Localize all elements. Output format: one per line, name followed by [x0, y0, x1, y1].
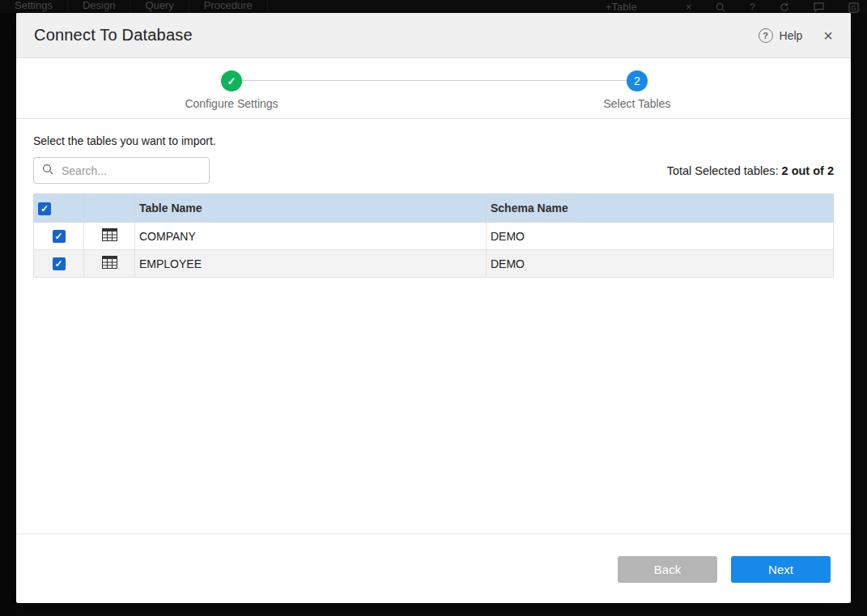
row-checkbox[interactable]: ✓ [53, 230, 66, 243]
search-input[interactable] [60, 164, 201, 178]
back-button[interactable]: Back [618, 556, 717, 583]
dialog-body: Select the tables you want to import. To… [16, 134, 851, 278]
schema-name-cell: DEMO [487, 250, 834, 278]
help-label: Help [780, 29, 803, 42]
wizard-stepper: ✓ Configure Settings 2 Select Tables [16, 58, 851, 119]
table-row[interactable]: ✓ EMPLOYEE DEMO [34, 250, 834, 278]
icon-column-header [84, 194, 135, 223]
table-icon [102, 256, 117, 271]
dialog-header: Connect To Database ? Help × [16, 13, 851, 58]
tables-grid: ✓ Table Name Schema Name ✓ [33, 193, 834, 278]
total-selected-label: Total Selected tables: [667, 164, 779, 177]
select-all-checkbox[interactable]: ✓ [38, 202, 51, 215]
close-icon[interactable]: × [823, 28, 833, 44]
step-label-configure-settings: Configure Settings [151, 97, 312, 110]
instruction-text: Select the tables you want to import. [33, 134, 834, 147]
help-icon: ? [759, 28, 773, 43]
total-selected-value: 2 out of 2 [782, 164, 834, 177]
table-name-cell: EMPLOYEE [135, 250, 487, 278]
table-row[interactable]: ✓ COMPANY DEMO [34, 223, 834, 250]
table-name-header: Table Name [135, 194, 487, 223]
table-name-cell: COMPANY [135, 223, 487, 250]
dialog-footer: Back Next [16, 533, 851, 603]
table-icon [102, 228, 117, 244]
schema-name-cell: DEMO [487, 223, 834, 250]
step-number: 2 [634, 74, 640, 87]
search-icon [42, 164, 53, 178]
help-button[interactable]: ? Help [759, 28, 803, 43]
row-checkbox[interactable]: ✓ [53, 257, 66, 270]
dialog-title: Connect To Database [34, 26, 193, 45]
grid-header-row: ✓ Table Name Schema Name [34, 194, 834, 223]
step-number-badge: 2 [627, 70, 648, 91]
check-icon: ✓ [227, 75, 236, 87]
step-select-tables: 2 Select Tables [556, 70, 718, 110]
next-button[interactable]: Next [731, 556, 831, 583]
total-selected-text: Total Selected tables: 2 out of 2 [667, 164, 834, 177]
step-label-select-tables: Select Tables [556, 97, 718, 110]
search-box [33, 157, 210, 184]
step-configure-settings[interactable]: ✓ Configure Settings [151, 70, 312, 110]
step-complete-icon: ✓ [221, 70, 242, 91]
schema-name-header: Schema Name [487, 194, 834, 223]
connect-database-dialog: Connect To Database ? Help × ✓ Configure… [16, 13, 851, 603]
